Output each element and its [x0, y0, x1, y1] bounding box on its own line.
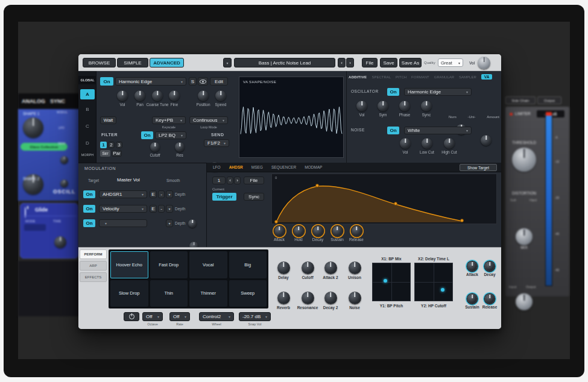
- mod-row1-on-toggle[interactable]: On: [83, 190, 95, 198]
- snap-vol-select[interactable]: -20.7 dB: [239, 312, 271, 321]
- tab-pitch[interactable]: PITCH: [396, 75, 406, 79]
- knob[interactable]: [302, 292, 314, 304]
- knob[interactable]: [277, 292, 290, 304]
- threshold-knob[interactable]: [512, 148, 536, 172]
- mod-row2-minus-button[interactable]: -: [158, 205, 165, 213]
- knob[interactable]: [215, 90, 226, 101]
- perform-release-knob[interactable]: Release: [479, 294, 500, 309]
- time-knob[interactable]: [54, 236, 66, 248]
- noise-on-toggle[interactable]: On: [387, 127, 399, 134]
- envelope-sync-button[interactable]: Sync: [244, 193, 264, 201]
- mod-smooth-knob[interactable]: [188, 219, 197, 228]
- tab-lfo[interactable]: LFO: [213, 165, 221, 169]
- send-dest-select[interactable]: F1/F2: [204, 139, 229, 147]
- snapshot-slow-drop[interactable]: Slow Drop: [110, 280, 148, 307]
- tab-source-a[interactable]: A: [80, 89, 95, 99]
- filter-on-toggle[interactable]: On: [141, 131, 153, 139]
- edit-button[interactable]: Edit: [210, 77, 228, 86]
- osc-type-select[interactable]: Harmonic Edge: [404, 88, 472, 96]
- envelope-display[interactable]: 0: [271, 174, 497, 224]
- loop-mode-select[interactable]: Continuous: [189, 116, 228, 124]
- osc-vol-knob[interactable]: Vol: [350, 101, 374, 117]
- save-button[interactable]: Save: [380, 58, 397, 67]
- snapshot-vocal[interactable]: Vocal: [189, 251, 227, 278]
- mod-row2-source-select[interactable]: Velocity: [99, 205, 147, 213]
- tab-sampler[interactable]: SAMPLER: [459, 75, 476, 79]
- solo-button[interactable]: S: [189, 77, 197, 86]
- filter-slot-2[interactable]: 2: [108, 142, 115, 148]
- knob[interactable]: [277, 261, 290, 274]
- envelope-index-display[interactable]: 1: [212, 177, 226, 184]
- perform-delay-knob[interactable]: Delay: [271, 261, 296, 280]
- envelope-next-button[interactable]: ›: [234, 177, 241, 184]
- snapshot-thinner[interactable]: Thinner: [189, 280, 227, 307]
- tab-formant[interactable]: FORMANT: [411, 75, 429, 79]
- knob[interactable]: [198, 90, 209, 101]
- source-speed-knob[interactable]: Speed: [209, 90, 233, 107]
- knob[interactable]: [117, 90, 128, 101]
- tab-browse[interactable]: BROWSE: [83, 58, 116, 67]
- filter-type-select[interactable]: LP2 BQ: [155, 131, 186, 139]
- quality-select[interactable]: Great: [438, 58, 463, 67]
- noise-type-select[interactable]: White: [404, 127, 472, 134]
- tab-effects[interactable]: EFFECTS: [80, 272, 107, 282]
- knob[interactable]: [349, 292, 361, 304]
- mod-row3-on-toggle[interactable]: On: [83, 219, 95, 227]
- envelope-point[interactable]: [460, 219, 464, 222]
- noise-vol-knob[interactable]: Vol: [393, 138, 417, 154]
- source-on-toggle[interactable]: On: [100, 77, 113, 86]
- knob[interactable]: [152, 90, 163, 101]
- knob[interactable]: [422, 138, 432, 149]
- side-chain-button[interactable]: Side Chain: [505, 96, 536, 104]
- filter-slot-1[interactable]: 1: [100, 142, 107, 148]
- source-fine-knob[interactable]: Fine: [162, 90, 186, 107]
- modulator-knob[interactable]: [60, 156, 68, 164]
- keyscale-select[interactable]: Key+PB: [152, 116, 186, 124]
- tab-advanced[interactable]: ADVANCED: [150, 58, 184, 67]
- mod-row2-on-toggle[interactable]: On: [83, 205, 95, 213]
- snapshot-hoover-echo[interactable]: Hoover Echo: [110, 251, 148, 278]
- snapshot-sweep[interactable]: Sweep: [229, 280, 267, 307]
- knob[interactable]: [399, 101, 410, 111]
- knob[interactable]: [324, 292, 337, 304]
- perform-resonance-knob[interactable]: Resonance: [296, 292, 320, 310]
- filter-cutoff-knob[interactable]: Cutoff: [143, 142, 167, 157]
- perform-decay2-knob[interactable]: Decay 2: [318, 292, 343, 310]
- xy-pad-1[interactable]: [372, 263, 411, 301]
- noise-lowcut-knob[interactable]: Low Cut: [415, 138, 439, 154]
- preset-name-display[interactable]: Bass | Arctic Noise Lead: [234, 58, 335, 67]
- rate-select[interactable]: Off: [169, 312, 190, 321]
- mod-row1-e-button[interactable]: E: [150, 190, 157, 198]
- knob[interactable]: [294, 226, 304, 236]
- knob[interactable]: [134, 90, 145, 101]
- osc-on-toggle[interactable]: On: [387, 88, 399, 96]
- octave-select[interactable]: Off: [142, 312, 163, 321]
- mod-row3-curve-select[interactable]: [166, 219, 173, 227]
- preset-menu-button[interactable]: [223, 58, 232, 67]
- knob[interactable]: [421, 101, 432, 111]
- knob[interactable]: [150, 142, 160, 152]
- snapshot-big[interactable]: Big: [229, 251, 267, 278]
- knob[interactable]: [313, 226, 323, 236]
- wait-button[interactable]: Wait: [100, 116, 116, 124]
- tab-modmap[interactable]: MODMAP: [305, 165, 322, 169]
- knob[interactable]: [444, 138, 455, 149]
- envelope-point[interactable]: [394, 202, 397, 205]
- tab-sequencer[interactable]: SEQUENCER: [271, 165, 296, 169]
- knob[interactable]: [400, 138, 411, 149]
- tab-source-d[interactable]: D: [80, 139, 95, 148]
- show-target-button[interactable]: Show Target: [460, 164, 497, 171]
- knob[interactable]: [485, 294, 495, 304]
- perform-cutoff-knob[interactable]: Cutoff: [296, 261, 320, 280]
- knob[interactable]: [467, 294, 477, 304]
- knob[interactable]: [332, 226, 343, 236]
- tab-source-b[interactable]: B: [80, 105, 95, 114]
- lfo-knob[interactable]: [60, 180, 68, 187]
- tab-source-c[interactable]: C: [80, 122, 95, 131]
- file-button[interactable]: File: [362, 58, 378, 67]
- perform-reverb-knob[interactable]: Reverb: [271, 292, 296, 310]
- knob[interactable]: [169, 90, 180, 101]
- mix-knob[interactable]: [516, 293, 533, 310]
- knob[interactable]: [302, 261, 314, 274]
- mod-row1-minus-button[interactable]: -: [158, 190, 165, 198]
